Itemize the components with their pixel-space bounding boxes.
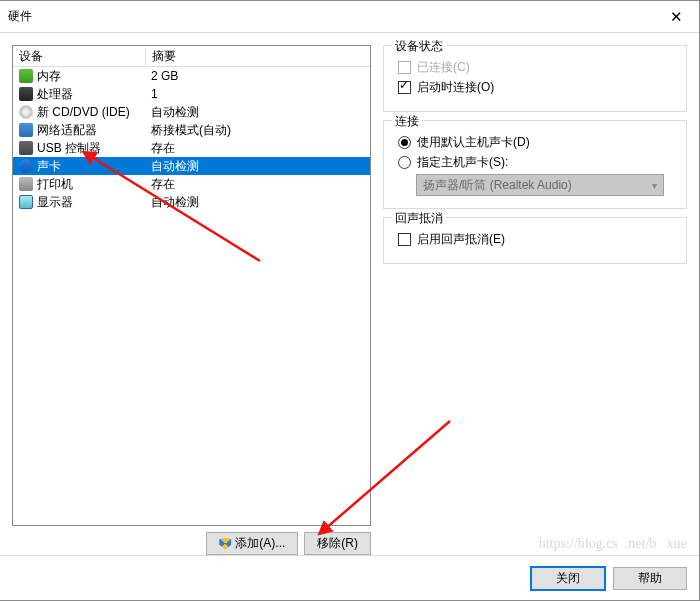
table-row[interactable]: 处理器1: [13, 85, 370, 103]
right-panel: 设备状态 已连接(C) 启动时连接(O) 连接 使用默认主机声卡(D): [383, 45, 687, 555]
table-header: 设备 摘要: [13, 46, 370, 67]
device-name: 网络适配器: [37, 122, 97, 139]
label-use-default: 使用默认主机声卡(D): [417, 134, 530, 151]
device-name-cell: 处理器: [13, 86, 145, 103]
green-icon: [19, 69, 33, 83]
opt-specify[interactable]: 指定主机声卡(S):: [398, 154, 676, 171]
label-connected: 已连接(C): [417, 59, 470, 76]
radio-specify[interactable]: [398, 156, 411, 169]
device-name: 新 CD/DVD (IDE): [37, 104, 130, 121]
add-button-label: 添加(A)...: [235, 535, 285, 552]
chip-icon: [19, 87, 33, 101]
remove-button-label: 移除(R): [317, 535, 358, 552]
col-header-summary[interactable]: 摘要: [146, 48, 370, 65]
footer: 关闭 帮助: [0, 555, 699, 600]
group-device-status-legend: 设备状态: [392, 38, 446, 55]
dialog-body: 设备 摘要 内存2 GB处理器1新 CD/DVD (IDE)自动检测网络适配器桥…: [0, 33, 699, 555]
device-name-cell: 内存: [13, 68, 145, 85]
titlebar: 硬件 ✕: [0, 1, 699, 33]
soundcard-combo: 扬声器/听筒 (Realtek Audio) ▾: [416, 174, 664, 196]
table-row[interactable]: 新 CD/DVD (IDE)自动检测: [13, 103, 370, 121]
printer-icon: [19, 177, 33, 191]
device-summary: 自动检测: [145, 104, 370, 121]
label-enable-echo: 启用回声抵消(E): [417, 231, 505, 248]
sound-icon: [19, 159, 33, 173]
device-summary: 桥接模式(自动): [145, 122, 370, 139]
device-name-cell: 新 CD/DVD (IDE): [13, 104, 145, 121]
label-connect-at-poweron: 启动时连接(O): [417, 79, 494, 96]
checkbox-connect-at-poweron[interactable]: [398, 81, 411, 94]
checkbox-enable-echo[interactable]: [398, 233, 411, 246]
opt-connected: 已连接(C): [398, 59, 676, 76]
device-name: 内存: [37, 68, 61, 85]
hardware-dialog: 硬件 ✕ 设备 摘要 内存2 GB处理器1新 CD/DVD (IDE)自动检测网…: [0, 0, 700, 601]
left-panel: 设备 摘要 内存2 GB处理器1新 CD/DVD (IDE)自动检测网络适配器桥…: [12, 45, 371, 555]
device-name-cell: USB 控制器: [13, 140, 145, 157]
table-row[interactable]: USB 控制器存在: [13, 139, 370, 157]
add-button[interactable]: 添加(A)...: [206, 532, 298, 555]
device-name-cell: 声卡: [13, 158, 145, 175]
device-name: 声卡: [37, 158, 61, 175]
device-summary: 自动检测: [145, 194, 370, 211]
col-header-device[interactable]: 设备: [13, 48, 146, 65]
group-device-status: 设备状态 已连接(C) 启动时连接(O): [383, 45, 687, 112]
close-icon[interactable]: ✕: [653, 1, 699, 32]
group-echo: 回声抵消 启用回声抵消(E): [383, 217, 687, 264]
device-summary: 自动检测: [145, 158, 370, 175]
device-name-cell: 网络适配器: [13, 122, 145, 139]
group-connection: 连接 使用默认主机声卡(D) 指定主机声卡(S): 扬声器/听筒 (Realte…: [383, 120, 687, 209]
device-summary: 存在: [145, 140, 370, 157]
table-row[interactable]: 显示器自动检测: [13, 193, 370, 211]
checkbox-connected: [398, 61, 411, 74]
help-button[interactable]: 帮助: [613, 567, 687, 590]
monitor-icon: [19, 195, 33, 209]
device-name: 处理器: [37, 86, 73, 103]
close-button-label: 关闭: [556, 570, 580, 587]
opt-connect-at-poweron[interactable]: 启动时连接(O): [398, 79, 676, 96]
device-name: 显示器: [37, 194, 73, 211]
close-button[interactable]: 关闭: [531, 567, 605, 590]
opt-use-default[interactable]: 使用默认主机声卡(D): [398, 134, 676, 151]
net-icon: [19, 123, 33, 137]
device-buttons: 添加(A)... 移除(R): [12, 532, 371, 555]
device-name: USB 控制器: [37, 140, 101, 157]
group-connection-legend: 连接: [392, 113, 422, 130]
usb-icon: [19, 141, 33, 155]
table-body: 内存2 GB处理器1新 CD/DVD (IDE)自动检测网络适配器桥接模式(自动…: [13, 67, 370, 525]
device-summary: 1: [145, 87, 370, 101]
radio-use-default[interactable]: [398, 136, 411, 149]
device-name-cell: 打印机: [13, 176, 145, 193]
opt-enable-echo[interactable]: 启用回声抵消(E): [398, 231, 676, 248]
chevron-down-icon: ▾: [652, 180, 657, 191]
shield-icon: [219, 538, 231, 550]
device-table: 设备 摘要 内存2 GB处理器1新 CD/DVD (IDE)自动检测网络适配器桥…: [12, 45, 371, 526]
table-row[interactable]: 打印机存在: [13, 175, 370, 193]
table-row[interactable]: 网络适配器桥接模式(自动): [13, 121, 370, 139]
device-name-cell: 显示器: [13, 194, 145, 211]
device-name: 打印机: [37, 176, 73, 193]
device-summary: 存在: [145, 176, 370, 193]
device-summary: 2 GB: [145, 69, 370, 83]
soundcard-combo-value: 扬声器/听筒 (Realtek Audio): [423, 177, 572, 194]
table-row[interactable]: 内存2 GB: [13, 67, 370, 85]
help-button-label: 帮助: [638, 570, 662, 587]
label-specify: 指定主机声卡(S):: [417, 154, 508, 171]
window-title: 硬件: [8, 8, 653, 25]
group-echo-legend: 回声抵消: [392, 210, 446, 227]
table-row[interactable]: 声卡自动检测: [13, 157, 370, 175]
disc-icon: [19, 105, 33, 119]
remove-button[interactable]: 移除(R): [304, 532, 371, 555]
